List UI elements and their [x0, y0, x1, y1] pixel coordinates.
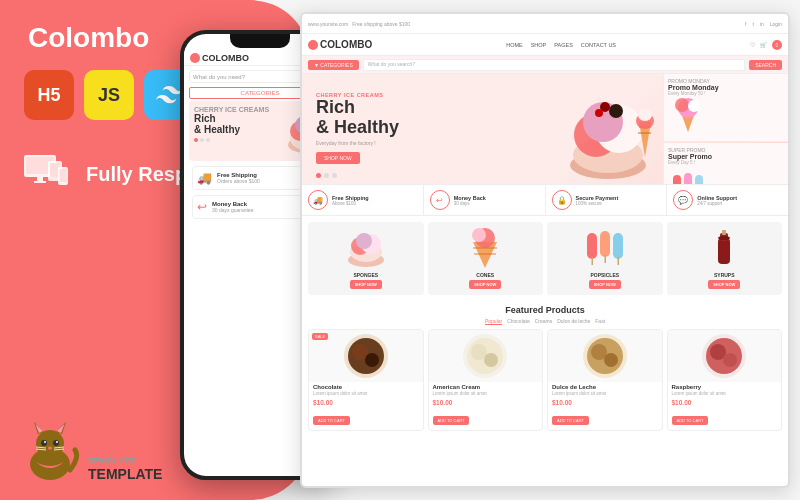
cat-syrups-label: SYRUPS — [669, 272, 781, 278]
featured-tab-fast[interactable]: Fast — [595, 318, 605, 325]
cat-section: TEMPLATE TEMPLATE CAT — [20, 412, 194, 482]
topbar-email: www.yoursite.com — [308, 21, 348, 27]
desktop-search-input[interactable]: What do you search? — [363, 59, 745, 71]
desktop-search-button[interactable]: SEARCH — [749, 60, 782, 70]
featured-tab-chocolate[interactable]: Chocolate — [507, 318, 530, 325]
desktop-nav-logo: COLOMBO — [308, 39, 372, 50]
topbar-social-in[interactable]: in — [760, 21, 764, 27]
template-cat-label: TEMPLATE TEMPLATE CAT — [88, 456, 194, 482]
svg-point-17 — [56, 441, 58, 443]
nav-home[interactable]: HOME — [506, 42, 523, 48]
product-item-4: Raspberry Lorem ipsum dolor sit amet $10… — [667, 329, 783, 431]
topbar-social-fb[interactable]: f — [745, 21, 746, 27]
svg-rect-67 — [613, 233, 623, 259]
featured-tab-popular[interactable]: Popular — [485, 318, 502, 325]
product-name-2: American Cream — [429, 382, 543, 391]
product-item-3: Dulce de Leche Lorem ipsum dolor sit ame… — [547, 329, 663, 431]
cat-image — [20, 412, 80, 482]
svg-rect-71 — [722, 230, 726, 235]
topbar-social-tw[interactable]: t — [752, 21, 753, 27]
cat-sponges-label: SPONGES — [310, 272, 422, 278]
tech-badges: H5 JS — [24, 70, 194, 120]
featured-tabs: Popular Chocolate Creams Dulce de leche … — [308, 318, 782, 325]
cat-item-sponges: SPONGES SHOP NOW — [308, 222, 424, 295]
nav-cart-icon[interactable]: 🛒 — [760, 42, 767, 48]
feature-support-label: Online Support — [697, 195, 737, 201]
side-promo-sub-1: Every Monday 50 ! — [668, 91, 784, 96]
svg-rect-3 — [34, 181, 46, 183]
svg-rect-68 — [617, 257, 619, 265]
product-item-1: SALE Chocolate Lorem ipsum dolor sit ame… — [308, 329, 424, 431]
product-price-2: $10.00 — [429, 397, 543, 408]
feature-money-label: Money Back — [454, 195, 486, 201]
svg-point-16 — [44, 441, 46, 443]
svg-rect-69 — [718, 238, 730, 264]
product-cart-btn-4[interactable]: ADD TO CART — [672, 416, 709, 425]
product-name-4: Raspberry — [668, 382, 782, 391]
device-icon — [24, 155, 74, 193]
cat-popsicles-btn[interactable]: SHOP NOW — [589, 280, 621, 289]
side-promo-title-1: Promo Monday — [668, 84, 784, 91]
cat-sponges-btn[interactable]: SHOP NOW — [350, 280, 382, 289]
phone-logo-icon — [190, 53, 200, 63]
product-price-4: $10.00 — [668, 397, 782, 408]
desktop-topbar-left: www.yoursite.com Free shipping above $10… — [308, 21, 410, 27]
feature-money-icon: ↩ — [430, 190, 450, 210]
nav-wishlist-icon[interactable]: ♡ — [750, 42, 755, 48]
dot-1[interactable] — [194, 138, 198, 142]
topbar-promo: Free shipping above $100 — [352, 21, 410, 27]
cat-item-syrups: SYRUPS SHOP NOW — [667, 222, 783, 295]
hero-dot-3[interactable] — [332, 173, 337, 178]
svg-point-14 — [41, 440, 47, 446]
svg-point-9 — [36, 430, 64, 458]
cat-sponges-img — [310, 228, 422, 268]
desktop-navbar: COLOMBO HOME SHOP PAGES CONTACT US ♡ 🛒 0 — [302, 34, 788, 56]
hero-cta-btn[interactable]: SHOP NOW — [316, 152, 360, 164]
cat-syrups-img — [669, 228, 781, 268]
svg-rect-64 — [591, 257, 593, 265]
phone-logo: COLOMBO — [190, 53, 249, 63]
desktop-categories-btn[interactable]: ▼ CATEGORIES — [308, 60, 359, 70]
phone-shipping-icon: 🚚 — [197, 171, 212, 185]
svg-point-60 — [472, 228, 486, 242]
dot-2[interactable] — [200, 138, 204, 142]
featured-tab-creams[interactable]: Creams — [535, 318, 553, 325]
feature-payment-icon: 🔒 — [552, 190, 572, 210]
product-image-3 — [548, 330, 662, 382]
product-item-2: American Cream Lorem ipsum dolor sit ame… — [428, 329, 544, 431]
products-grid: SALE Chocolate Lorem ipsum dolor sit ame… — [308, 329, 782, 431]
cat-item-cones: CONES SHOP NOW — [428, 222, 544, 295]
phone-money-icon: ↩ — [197, 200, 207, 214]
hero-dot-1[interactable] — [316, 173, 321, 178]
js-badge: JS — [84, 70, 134, 120]
svg-rect-2 — [37, 177, 43, 181]
featured-tab-dulce[interactable]: Dulce de leche — [557, 318, 590, 325]
svg-rect-65 — [600, 231, 610, 257]
nav-contact[interactable]: CONTACT US — [581, 42, 616, 48]
cat-syrups-btn[interactable]: SHOP NOW — [708, 280, 740, 289]
feature-payment-sub: 100% secure — [576, 201, 619, 206]
featured-title: Featured Products — [308, 305, 782, 315]
nav-pages[interactable]: PAGES — [554, 42, 573, 48]
product-cart-btn-1[interactable]: ADD TO CART — [313, 416, 350, 425]
svg-rect-63 — [587, 233, 597, 259]
desktop-mockup: www.yoursite.com Free shipping above $10… — [300, 12, 790, 488]
desktop-categories-section: SPONGES SHOP NOW CONES SHOP NOW — [302, 216, 788, 301]
cat-cones-btn[interactable]: SHOP NOW — [469, 280, 501, 289]
topbar-login[interactable]: Login — [770, 21, 782, 27]
product-cart-btn-2[interactable]: ADD TO CART — [433, 416, 470, 425]
product-price-3: $10.00 — [548, 397, 662, 408]
side-promo-2: SUPER PROMO Super Promo Every Day 5 ! — [663, 143, 788, 184]
svg-point-46 — [688, 100, 700, 112]
feature-secure-payment: 🔒 Secure Payment 100% secure — [546, 185, 668, 215]
feature-shipping-sub: Above $100 — [332, 201, 369, 206]
hero-ice-cream-image — [558, 74, 658, 184]
svg-rect-51 — [695, 175, 703, 184]
hero-dot-2[interactable] — [324, 173, 329, 178]
brand-title: Colombo — [28, 22, 149, 54]
nav-shop[interactable]: SHOP — [531, 42, 547, 48]
phone-search-input[interactable]: What do you need? — [190, 72, 315, 82]
svg-point-18 — [48, 447, 52, 450]
product-cart-btn-3[interactable]: ADD TO CART — [552, 416, 589, 425]
dot-3[interactable] — [206, 138, 210, 142]
